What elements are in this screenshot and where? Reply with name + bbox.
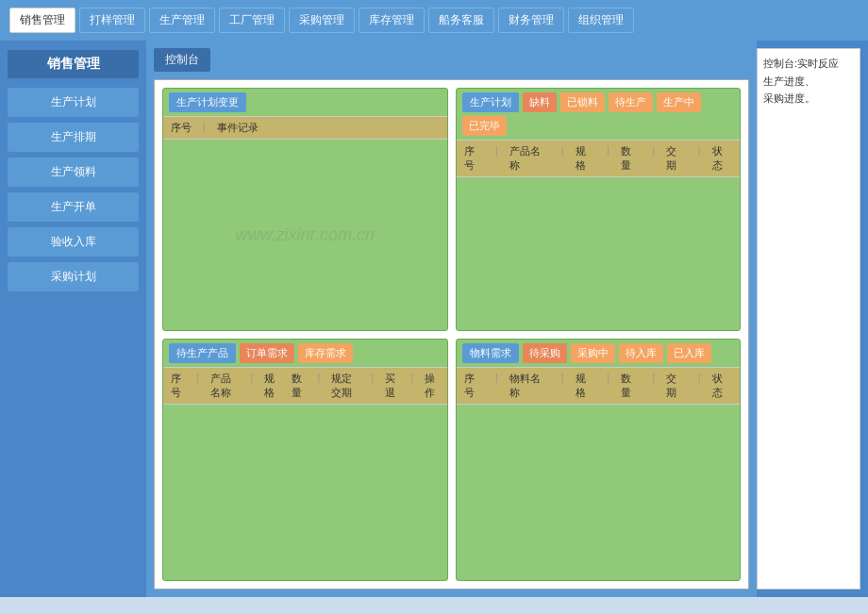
col-action: 操作 [425,372,439,400]
tab-bottom-right-3[interactable]: 已入库 [667,343,711,363]
col-seq: 序号 [171,121,192,135]
right-info-line-1: 生产进度、 [763,73,854,91]
panel-bottom-left: 待生产产品 订单需求库存需求 序号 | 产品名称 | 规格 数量 | 规定交期 … [162,339,448,582]
col-seq: 序号 [464,372,484,400]
panel-bottom-right-columns: 序号 | 物料名称 | 规格 | 数量 | 交期 | 状态 [457,367,741,405]
nav-btn-2[interactable]: 生产管理 [149,8,215,33]
col-status: 状态 [712,372,732,400]
tab-bottom-right-0[interactable]: 待采购 [523,343,567,363]
panel-top-right-body [457,177,741,330]
col-name: 物料名称 [509,372,550,400]
nav-btn-8[interactable]: 组织管理 [568,8,634,33]
sidebar-btn-0[interactable]: 生产计划 [8,88,139,117]
nav-btn-0[interactable]: 销售管理 [9,8,75,33]
sidebar-title: 销售管理 [8,50,139,78]
panel-top-right-title[interactable]: 生产计划 [462,92,519,112]
panel-top-right-header: 生产计划 缺料已锁料待生产生产中已完毕 [457,89,741,140]
tab-top-right-3[interactable]: 生产中 [657,92,701,112]
sidebar-btn-3[interactable]: 生产开单 [8,192,139,222]
col-return: 买退 [385,372,399,400]
col-spec: 规格 [576,372,595,400]
tab-bottom-left-1[interactable]: 库存需求 [298,343,353,363]
left-sidebar: 销售管理 生产计划生产排期生产领料生产开单验收入库采购计划 [0,41,146,597]
panel-top-left-title[interactable]: 生产计划变更 [169,92,246,112]
nav-btn-7[interactable]: 财务管理 [498,8,564,33]
panel-top-left: 生产计划变更 序号 | 事件记录 www.zixinr.com.cn [162,88,448,331]
tab-bottom-right-2[interactable]: 待入库 [619,343,663,363]
tab-top-right-1[interactable]: 已锁料 [560,92,605,112]
watermark: www.zixinr.com.cn [236,224,375,244]
right-info: 控制台:实时反应生产进度、采购进度。 [757,48,860,589]
tab-top-right-0[interactable]: 缺料 [523,92,557,112]
col-qty: 数量 [292,372,306,400]
panel-top-left-body: www.zixinr.com.cn [163,140,447,330]
tab-top-right-4[interactable]: 已完毕 [462,116,507,136]
col-name: 产品名称 [210,372,239,400]
panel-bottom-left-title[interactable]: 待生产产品 [169,343,236,363]
col-name: 产品名称 [509,144,550,173]
panel-bottom-right: 物料需求 待采购采购中待入库已入库 序号 | 物料名称 | 规格 | 数量 | … [456,339,742,582]
sidebar-btn-2[interactable]: 生产领料 [8,158,139,187]
col-qty: 数量 [621,372,641,400]
nav-btn-4[interactable]: 采购管理 [289,8,355,33]
panel-top-left-columns: 序号 | 事件记录 [163,116,447,140]
panel-top-right-columns: 序号 | 产品名称 | 规格 | 数量 | 交期 | 状态 [457,140,741,177]
sidebar-btn-4[interactable]: 验收入库 [8,227,139,257]
main-content: 控制台 生产计划变更 序号 | 事件记录 www.zixinr.com.cn [146,41,757,597]
col-spec: 规格 [576,144,595,173]
col-date: 交期 [666,372,686,400]
panel-bottom-right-header: 物料需求 待采购采购中待入库已入库 [457,340,741,367]
col-qty: 数量 [621,144,641,173]
panel-top-left-header: 生产计划变更 [163,89,447,116]
panel-bottom-right-title[interactable]: 物料需求 [462,343,519,363]
col-event: 事件记录 [217,121,259,135]
right-info-line-0: 控制台:实时反应 [763,55,854,73]
col-date: 交期 [666,144,686,173]
tab-bottom-left-0[interactable]: 订单需求 [240,343,294,363]
tab-bottom-right-1[interactable]: 采购中 [571,343,615,363]
col-status: 状态 [712,144,732,173]
sidebar-btn-5[interactable]: 采购计划 [8,262,139,291]
top-nav: 销售管理打样管理生产管理工厂管理采购管理库存管理船务客服财务管理组织管理 [0,0,868,41]
panel-bottom-left-body [163,405,447,581]
nav-btn-1[interactable]: 打样管理 [79,8,145,33]
nav-btn-5[interactable]: 库存管理 [359,8,425,33]
sub-nav-btn[interactable]: 控制台 [154,48,210,72]
nav-btn-6[interactable]: 船务客服 [428,8,494,33]
tab-top-right-2[interactable]: 待生产 [609,92,653,112]
col-spec: 规格 [264,372,278,400]
right-info-line-2: 采购进度。 [763,90,854,108]
content-area: 生产计划变更 序号 | 事件记录 www.zixinr.com.cn 生产计划 … [154,79,749,589]
panel-bottom-left-header: 待生产产品 订单需求库存需求 [163,340,447,367]
nav-btn-3[interactable]: 工厂管理 [219,8,285,33]
col-deadline: 规定交期 [331,372,359,400]
panel-top-right: 生产计划 缺料已锁料待生产生产中已完毕 序号 | 产品名称 | 规格 | 数量 … [456,88,742,331]
panel-bottom-right-body [457,405,741,581]
sidebar-btn-1[interactable]: 生产排期 [8,123,139,152]
sub-nav: 控制台 [154,48,749,72]
col-seq: 序号 [464,144,484,173]
panel-bottom-left-columns: 序号 | 产品名称 | 规格 数量 | 规定交期 | 买退 | 操作 [163,367,447,405]
col-seq: 序号 [171,372,185,400]
